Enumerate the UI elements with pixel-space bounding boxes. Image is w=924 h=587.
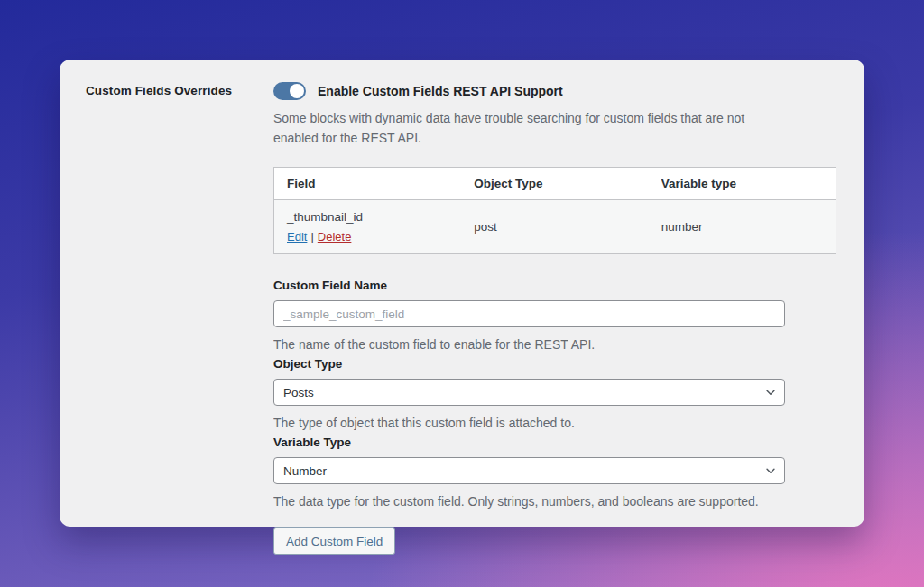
- variable-type-select-wrap: Number: [273, 457, 785, 484]
- variable-type-cell: number: [649, 200, 836, 254]
- field-cell: _thumbnail_id Edit|Delete: [274, 200, 462, 254]
- custom-field-name-label: Custom Field Name: [273, 279, 836, 292]
- variable-type-select[interactable]: Number: [273, 457, 785, 484]
- custom-fields-table: Field Object Type Variable type _thumbna…: [273, 167, 836, 254]
- object-type-label: Object Type: [273, 357, 836, 371]
- table-row: _thumbnail_id Edit|Delete post number: [274, 200, 836, 254]
- object-type-select[interactable]: Posts: [273, 379, 785, 406]
- add-custom-field-button[interactable]: Add Custom Field: [273, 527, 395, 555]
- object-type-help: The type of object that this custom fiel…: [273, 415, 836, 431]
- settings-card: Custom Fields Overrides Enable Custom Fi…: [60, 60, 864, 527]
- custom-field-name-help: The name of the custom field to enable f…: [273, 336, 836, 353]
- action-separator: |: [310, 230, 313, 243]
- field-name: _thumbnail_id: [287, 210, 448, 224]
- toggle-knob: [290, 84, 304, 98]
- section-label-column: Custom Fields Overrides: [86, 82, 273, 505]
- settings-content: Enable Custom Fields REST API Support So…: [273, 82, 836, 505]
- variable-type-label: Variable Type: [273, 436, 836, 449]
- row-actions: Edit|Delete: [287, 230, 448, 243]
- rest-api-toggle-row: Enable Custom Fields REST API Support: [273, 82, 836, 100]
- column-header-variable-type: Variable type: [649, 168, 836, 200]
- table-header-row: Field Object Type Variable type: [274, 168, 836, 200]
- object-type-cell: post: [461, 200, 649, 254]
- variable-type-help: The data type for the custom field. Only…: [273, 493, 836, 509]
- column-header-field: Field: [274, 168, 462, 200]
- toggle-label: Enable Custom Fields REST API Support: [318, 84, 563, 98]
- delete-link[interactable]: Delete: [318, 230, 352, 243]
- section-title: Custom Fields Overrides: [86, 84, 273, 97]
- edit-link[interactable]: Edit: [287, 230, 307, 243]
- enable-rest-api-toggle[interactable]: [273, 82, 306, 100]
- column-header-object-type: Object Type: [461, 168, 649, 200]
- section-description: Some blocks with dynamic data have troub…: [273, 108, 777, 148]
- object-type-select-wrap: Posts: [273, 379, 785, 406]
- custom-field-name-input[interactable]: [273, 300, 785, 327]
